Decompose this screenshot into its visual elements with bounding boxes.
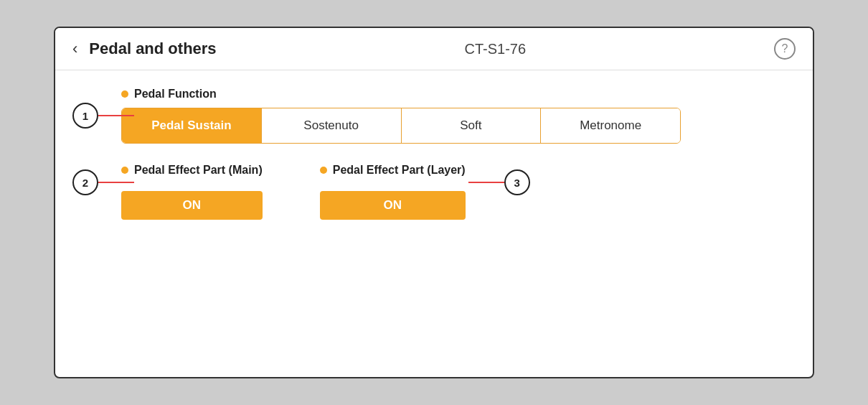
header: ‹ Pedal and others CT-S1-76 ? (55, 28, 813, 70)
annotation-3-line (468, 182, 504, 183)
back-button[interactable]: ‹ (72, 41, 77, 57)
pedal-function-dot (121, 90, 128, 98)
effect-parts-row: 2 Pedal Effect Part (Main) ON Pedal Effe… (121, 164, 790, 220)
annotation-2-circle: 2 (72, 169, 98, 195)
header-left: ‹ Pedal and others (72, 39, 217, 58)
annotation-1-line (98, 115, 134, 116)
annotation-3-group: 3 (468, 169, 530, 195)
tab-sostenuto[interactable]: Sostenuto (262, 108, 402, 143)
annotation-2-line (98, 182, 134, 183)
pedal-effect-layer-label: Pedal Effect Part (Layer) (320, 164, 466, 177)
device-name: CT-S1-76 (465, 41, 527, 57)
page-title: Pedal and others (89, 39, 216, 58)
tab-metronome[interactable]: Metronome (541, 108, 680, 143)
help-button[interactable]: ? (774, 38, 796, 60)
pedal-effect-main-section: Pedal Effect Part (Main) ON (121, 164, 263, 220)
annotation-3-circle: 3 (504, 169, 530, 195)
content-area: 1 Pedal Function Pedal Sustain Sostenuto… (55, 70, 813, 237)
pedal-effect-main-on-button[interactable]: ON (121, 191, 263, 220)
annotation-1-circle: 1 (72, 103, 98, 129)
pedal-function-tabs: Pedal Sustain Sostenuto Soft Metronome (121, 108, 681, 144)
pedal-effect-layer-section: Pedal Effect Part (Layer) ON 3 (320, 164, 466, 220)
pedal-function-section: 1 Pedal Function Pedal Sustain Sostenuto… (121, 88, 790, 144)
tab-soft[interactable]: Soft (402, 108, 542, 143)
pedal-effect-layer-dot (320, 167, 327, 174)
annotation-2-group: 2 (72, 169, 134, 195)
pedal-effect-layer-on-button[interactable]: ON (320, 191, 466, 220)
tab-pedal-sustain[interactable]: Pedal Sustain (122, 108, 262, 143)
pedal-effect-main-label: Pedal Effect Part (Main) (121, 164, 263, 177)
pedal-function-label: Pedal Function (121, 88, 790, 101)
main-window: ‹ Pedal and others CT-S1-76 ? 1 Pedal Fu… (54, 27, 814, 378)
